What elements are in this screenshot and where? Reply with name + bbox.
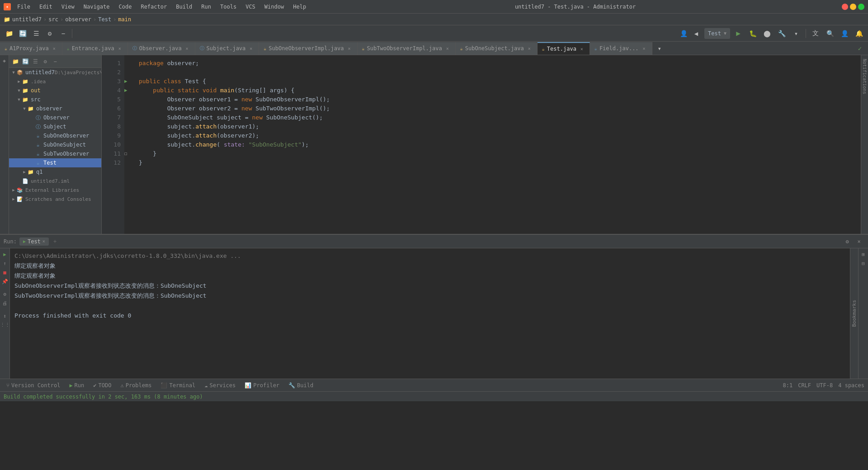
tab-subonesubject[interactable]: ☕ SubOneSubject.java × bbox=[456, 42, 538, 55]
run-arrow-4[interactable]: ▶ bbox=[124, 86, 127, 95]
close-button[interactable] bbox=[842, 4, 848, 10]
position-display[interactable]: 8:1 bbox=[783, 382, 793, 389]
pin-btn[interactable]: 📌 bbox=[1, 277, 9, 285]
coverage-btn[interactable]: ⬤ bbox=[761, 27, 774, 40]
notification-btn[interactable]: 🔔 bbox=[853, 27, 865, 40]
translate-btn[interactable]: 文 bbox=[809, 27, 822, 40]
menu-tools[interactable]: Tools bbox=[217, 3, 239, 11]
tree-toolbar-icon2[interactable]: 🔄 bbox=[21, 57, 30, 66]
tab-field[interactable]: ☕ Field.jav... × bbox=[590, 42, 652, 55]
tree-external-libs[interactable]: ▶ 📚 External Libraries bbox=[9, 185, 101, 195]
user-btn[interactable]: 👤 bbox=[838, 27, 851, 40]
tree-toolbar-icon1[interactable]: 📁 bbox=[11, 57, 20, 66]
tab-a1proxy[interactable]: ☕ A1Proxy.java × bbox=[0, 42, 62, 55]
tab-close-entrance[interactable]: × bbox=[117, 45, 123, 52]
indent-display[interactable]: 4 spaces bbox=[838, 382, 864, 389]
tree-idea[interactable]: ▶ 📁 .idea bbox=[9, 77, 101, 86]
tree-q1[interactable]: ▶ 📁 q1 bbox=[9, 167, 101, 176]
tab-more-btn[interactable]: ▾ bbox=[653, 42, 666, 55]
tab-close-observer[interactable]: × bbox=[184, 45, 190, 52]
breadcrumb-observer[interactable]: observer bbox=[65, 16, 91, 23]
menu-navigate[interactable]: Navigate bbox=[81, 3, 113, 11]
tab-close-suboneobserverimpl[interactable]: × bbox=[346, 45, 353, 52]
tree-out[interactable]: ▼ 📁 out bbox=[9, 86, 101, 95]
recent-files-btn[interactable]: ✓ bbox=[854, 42, 866, 55]
breadcrumb-main[interactable]: main bbox=[118, 16, 131, 23]
tab-close-field[interactable]: × bbox=[641, 45, 647, 52]
run-arrow-3[interactable]: ▶ bbox=[124, 77, 127, 86]
line-ending-display[interactable]: CRLF bbox=[798, 382, 811, 389]
back-btn[interactable]: ◀ bbox=[690, 27, 703, 40]
breadcrumb-src[interactable]: src bbox=[48, 16, 58, 23]
tree-minus-btn[interactable]: − bbox=[51, 57, 60, 66]
tab-close-subject[interactable]: × bbox=[248, 45, 254, 52]
tab-test[interactable]: ☕ Test.java × bbox=[538, 42, 590, 55]
project-folder-btn[interactable]: 📁 bbox=[3, 27, 15, 40]
tab-close-a1proxy[interactable]: × bbox=[51, 45, 57, 52]
run-tab[interactable]: ▶ Test × bbox=[19, 237, 49, 246]
menu-view[interactable]: View bbox=[59, 3, 77, 11]
tree-iml[interactable]: ▶ 📄 untitled7.iml bbox=[9, 176, 101, 185]
profiler-tab[interactable]: 📊 Profiler bbox=[242, 381, 282, 389]
tab-suboneobserverimpl[interactable]: ☕ SubOneObserverImpl.java × bbox=[259, 42, 357, 55]
tree-subtwoobserver[interactable]: ▶ ☕ SubTwoObserver bbox=[9, 149, 101, 158]
problems-tab[interactable]: ⚠ Problems bbox=[118, 381, 154, 389]
sync-btn[interactable]: 🔄 bbox=[16, 27, 29, 40]
right-tool2[interactable]: ⊟ bbox=[859, 259, 868, 267]
bottom-close-btn[interactable]: × bbox=[854, 236, 864, 247]
version-control-tab[interactable]: ⑂ Version Control bbox=[4, 381, 63, 389]
tree-suboneobserver[interactable]: ▶ ☕ SubOneObserver bbox=[9, 131, 101, 140]
menu-help[interactable]: Help bbox=[290, 3, 309, 11]
gutter-4[interactable]: ▶ bbox=[124, 86, 133, 95]
menu-refactor[interactable]: Refactor bbox=[138, 3, 170, 11]
profile-btn[interactable]: 👤 bbox=[679, 27, 688, 40]
encoding-display[interactable]: UTF-8 bbox=[816, 382, 833, 389]
breadcrumb-project[interactable]: untitled7 bbox=[12, 16, 42, 23]
settings-btn[interactable]: ⚙ bbox=[43, 27, 56, 40]
tab-close-subtwoobserverimpl[interactable]: × bbox=[444, 45, 451, 52]
tree-root[interactable]: ▼ 📦 untitled7 D:\javaProjects\ bbox=[9, 68, 101, 77]
collapse-btn[interactable]: − bbox=[57, 27, 70, 40]
settings2-btn[interactable]: ⚙ bbox=[1, 290, 9, 298]
minimize-button[interactable] bbox=[850, 4, 856, 10]
tab-observer[interactable]: Ⓘ Observer.java × bbox=[128, 42, 195, 55]
run-again-btn[interactable]: ▶ bbox=[1, 250, 9, 258]
tab-subtwoobserverimpl[interactable]: ☕ SubTwoObserverImpl.java × bbox=[358, 42, 456, 55]
more-run-btn[interactable]: ▾ bbox=[790, 27, 802, 40]
breadcrumb-test[interactable]: Test bbox=[98, 16, 111, 23]
menu-build[interactable]: Build bbox=[173, 3, 195, 11]
tree-collapse-btn[interactable]: ☰ bbox=[31, 57, 40, 66]
tab-entrance[interactable]: ☕ Entrance.java × bbox=[62, 42, 128, 55]
profile-run-btn[interactable]: 🔧 bbox=[775, 27, 788, 40]
menu-vcs[interactable]: VCS bbox=[243, 3, 258, 11]
code-editor[interactable]: 1 2 3 4 5 6 7 8 9 10 11 12 ▶ bbox=[102, 55, 861, 234]
run-status-tab[interactable]: ▶ Run bbox=[66, 381, 87, 389]
run-btn[interactable]: ▶ bbox=[732, 27, 745, 40]
menu-code[interactable]: Code bbox=[116, 3, 135, 11]
menu-edit[interactable]: Edit bbox=[37, 3, 55, 11]
print-btn[interactable]: 🖨 bbox=[1, 299, 9, 307]
menu-file[interactable]: File bbox=[14, 3, 33, 11]
rerun-btn[interactable]: ↑ bbox=[1, 259, 9, 267]
terminal-tab[interactable]: ⬛ Terminal bbox=[158, 381, 198, 389]
tree-subonesubject[interactable]: ▶ ☕ SubOneSubject bbox=[9, 140, 101, 149]
run-tab-close[interactable]: × bbox=[42, 239, 45, 244]
tree-observer-folder[interactable]: ▼ 📁 observer bbox=[9, 104, 101, 113]
filter-btn[interactable]: ⋮⋮ bbox=[1, 321, 9, 329]
run-add-btn[interactable]: + bbox=[53, 238, 57, 245]
tree-subject-class[interactable]: ▶ Ⓘ Subject bbox=[9, 122, 101, 131]
gutter-3[interactable]: ▶ bbox=[124, 77, 133, 86]
scroll-btn[interactable]: ↕ bbox=[1, 312, 9, 320]
run-config-selector[interactable]: Test ▼ bbox=[704, 28, 730, 39]
bottom-settings-btn[interactable]: ⚙ bbox=[842, 236, 853, 247]
services-tab[interactable]: ☁ Services bbox=[202, 381, 238, 389]
tree-observer-class[interactable]: ▶ Ⓘ Observer bbox=[9, 113, 101, 122]
menu-run[interactable]: Run bbox=[198, 3, 214, 11]
build-tab[interactable]: 🔧 Build bbox=[286, 381, 316, 389]
tree-test-class[interactable]: ▶ ☕ Test bbox=[9, 158, 101, 167]
tab-subject[interactable]: Ⓘ Subject.java × bbox=[195, 42, 259, 55]
structure-icon[interactable]: ◈ bbox=[1, 57, 8, 64]
todo-tab[interactable]: ✔ TODO bbox=[90, 381, 114, 389]
maximize-button[interactable] bbox=[858, 4, 864, 10]
search-btn[interactable]: 🔍 bbox=[824, 27, 836, 40]
